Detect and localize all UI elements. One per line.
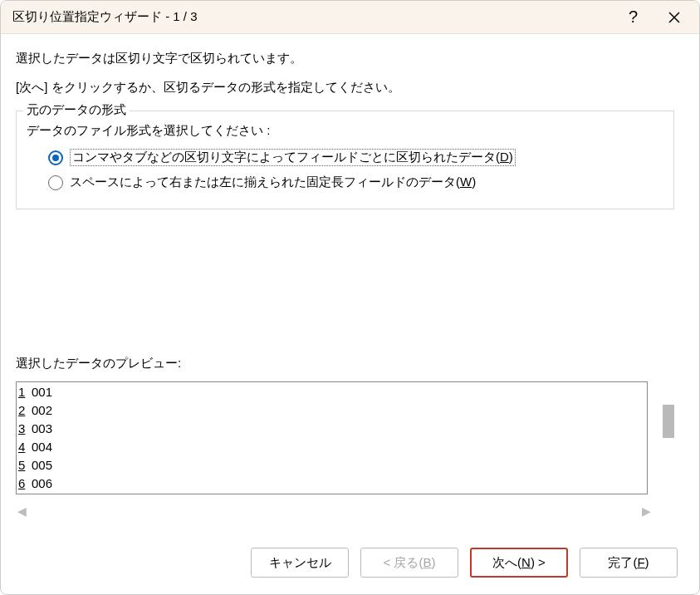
radio-delimited[interactable]: コンマやタブなどの区切り文字によってフィールドごとに区切られたデータ(D) xyxy=(48,149,663,166)
radio-fixed-width[interactable]: スペースによって右または左に揃えられた固定長フィールドのデータ(W) xyxy=(48,175,663,190)
preview-row: 1001 xyxy=(17,382,647,401)
cancel-button[interactable]: キャンセル xyxy=(251,548,349,578)
scroll-right-arrow-icon[interactable]: ▶ xyxy=(642,504,651,518)
preview-row: 3003 xyxy=(17,419,647,437)
titlebar: 区切り位置指定ウィザード - 1 / 3 ? xyxy=(1,1,699,34)
finish-button[interactable]: 完了(F) xyxy=(580,548,678,578)
scroll-left-arrow-icon[interactable]: ◀ xyxy=(17,504,27,518)
back-button: < 戻る(B) xyxy=(360,548,458,578)
fieldset-prompt: データのファイル形式を選択してください : xyxy=(27,123,663,139)
preview-label: 選択したデータのプレビュー: xyxy=(16,356,674,371)
preview-row: 4004 xyxy=(17,437,647,455)
preview-row: 6006 xyxy=(17,474,647,492)
fieldset-legend: 元のデータの形式 xyxy=(23,102,130,118)
horizontal-scroll-row: ◀ ▶ xyxy=(16,501,674,521)
close-button[interactable] xyxy=(661,9,688,26)
window-title: 区切り位置指定ウィザード - 1 / 3 xyxy=(12,9,622,25)
radio-fixed-width-label: スペースによって右または左に揃えられた固定長フィールドのデータ(W) xyxy=(70,175,476,190)
preview-box: 1001 2002 3003 4004 5005 6006 xyxy=(16,381,648,494)
help-button[interactable]: ? xyxy=(622,6,644,28)
preview-row: 2002 xyxy=(17,401,647,419)
vertical-scrollbar-thumb[interactable] xyxy=(663,405,674,438)
intro-text-2: [次へ] をクリックするか、区切るデータの形式を指定してください。 xyxy=(16,80,674,96)
radio-icon xyxy=(48,175,63,190)
radio-icon xyxy=(48,150,63,165)
next-button[interactable]: 次へ(N) > xyxy=(470,548,568,578)
data-format-fieldset: 元のデータの形式 データのファイル形式を選択してください : コンマやタブなどの… xyxy=(16,111,674,209)
preview-wrapper: 1001 2002 3003 4004 5005 6006 xyxy=(16,381,674,494)
preview-row: 5005 xyxy=(17,455,647,474)
intro-text-1: 選択したデータは区切り文字で区切られています。 xyxy=(16,51,674,66)
button-row: キャンセル < 戻る(B) 次へ(N) > 完了(F) xyxy=(1,533,699,594)
radio-delimited-label: コンマやタブなどの区切り文字によってフィールドごとに区切られたデータ(D) xyxy=(70,149,516,166)
close-icon xyxy=(668,11,681,24)
